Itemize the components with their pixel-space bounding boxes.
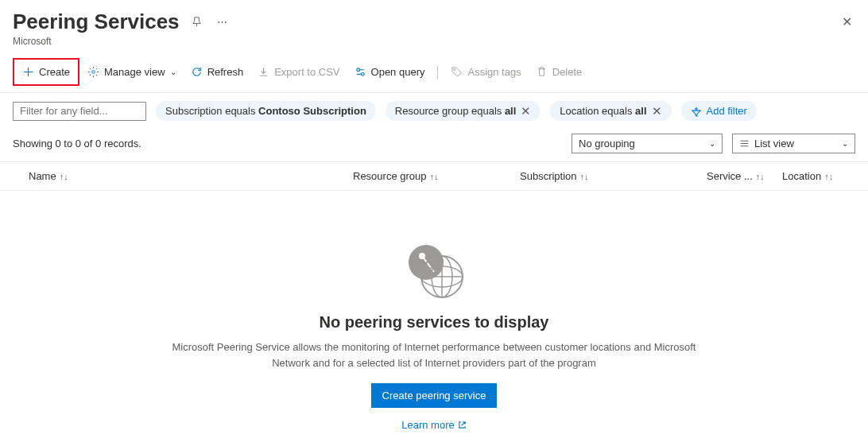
empty-state: No peering services to display Microsoft… — [0, 191, 868, 431]
delete-label: Delete — [552, 66, 583, 78]
filter-pill-subscription[interactable]: Subscription equals Contoso Subscription — [156, 101, 376, 121]
sort-icon: ↑↓ — [60, 172, 68, 181]
svg-point-4 — [361, 72, 364, 76]
empty-title: No peering services to display — [320, 313, 549, 332]
gear-icon — [87, 66, 99, 78]
column-resource-group[interactable]: Resource group↑↓ — [347, 162, 513, 190]
download-icon — [258, 66, 269, 78]
more-icon[interactable]: ⋯ — [214, 13, 231, 31]
open-query-label: Open query — [371, 66, 425, 78]
record-count: Showing 0 to 0 of 0 records. — [13, 138, 141, 149]
sort-icon: ↑↓ — [430, 172, 439, 181]
toolbar: Create Manage view ⌄ Refresh Export to C… — [0, 52, 868, 93]
close-icon[interactable]: ✕ — [652, 105, 662, 117]
filter-pill-resource-group[interactable]: Resource group equals all ✕ — [386, 101, 541, 121]
export-label: Export to CSV — [274, 66, 339, 78]
page-header: Peering Services ⋯ ✕ Microsoft — [0, 0, 868, 52]
filter-input[interactable] — [13, 102, 146, 121]
delete-button[interactable]: Delete — [529, 61, 589, 83]
export-csv-button[interactable]: Export to CSV — [251, 61, 346, 83]
chevron-down-icon: ⌄ — [170, 68, 176, 76]
filter-row: Subscription equals Contoso Subscription… — [0, 93, 868, 129]
open-query-button[interactable]: Open query — [348, 61, 432, 83]
refresh-label: Refresh — [207, 66, 244, 78]
create-label: Create — [39, 66, 70, 78]
tag-icon — [451, 66, 463, 78]
query-icon — [355, 66, 366, 78]
globe-icon — [398, 239, 470, 302]
refresh-icon — [191, 66, 203, 78]
toolbar-divider — [437, 65, 438, 80]
status-row: Showing 0 to 0 of 0 records. No grouping… — [0, 129, 868, 161]
sort-icon: ↑↓ — [756, 172, 765, 181]
column-location[interactable]: Location↑↓ — [776, 162, 855, 190]
create-button[interactable]: Create — [16, 61, 76, 83]
svg-point-2 — [92, 71, 95, 74]
view-dropdown[interactable]: List view ⌄ — [732, 134, 855, 153]
list-icon — [739, 138, 750, 149]
close-icon[interactable]: ✕ — [839, 11, 855, 33]
assign-tags-button[interactable]: Assign tags — [444, 61, 527, 83]
chevron-down-icon: ⌄ — [709, 139, 715, 148]
page-subtitle: Microsoft — [13, 36, 855, 47]
pin-icon[interactable] — [188, 13, 206, 31]
learn-more-link[interactable]: Learn more — [401, 419, 466, 431]
column-name[interactable]: Name↑↓ — [13, 162, 347, 190]
svg-point-5 — [454, 69, 455, 71]
table-header: Name↑↓ Resource group↑↓ Subscription↑↓ S… — [0, 161, 868, 191]
grouping-dropdown[interactable]: No grouping⌄ — [572, 134, 723, 153]
column-service[interactable]: Service ...↑↓ — [700, 162, 776, 190]
filter-icon — [691, 106, 702, 117]
close-icon[interactable]: ✕ — [521, 105, 531, 117]
chevron-down-icon: ⌄ — [842, 139, 848, 148]
add-filter-button[interactable]: Add filter — [681, 101, 757, 121]
create-peering-service-button[interactable]: Create peering service — [371, 383, 498, 408]
filter-pill-location[interactable]: Location equals all ✕ — [550, 101, 671, 121]
external-link-icon — [458, 421, 467, 429]
column-subscription[interactable]: Subscription↑↓ — [513, 162, 700, 190]
sort-icon: ↑↓ — [580, 172, 589, 181]
refresh-button[interactable]: Refresh — [184, 61, 250, 83]
svg-point-3 — [356, 68, 359, 72]
trash-icon — [536, 66, 548, 78]
manage-view-button[interactable]: Manage view ⌄ — [81, 61, 183, 83]
assign-tags-label: Assign tags — [467, 66, 521, 78]
empty-description: Microsoft Peering Service allows the mon… — [156, 339, 712, 370]
add-filter-label: Add filter — [707, 105, 747, 117]
sort-icon: ↑↓ — [824, 172, 833, 181]
manage-view-label: Manage view — [104, 66, 165, 78]
page-title: Peering Services — [13, 10, 180, 34]
